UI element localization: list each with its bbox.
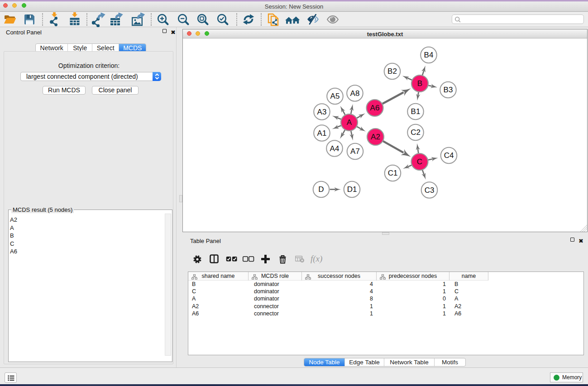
svg-text:C3: C3 [425, 186, 435, 195]
svg-text:A6: A6 [370, 104, 380, 112]
svg-text:A2: A2 [371, 133, 380, 141]
svg-text:C4: C4 [444, 151, 454, 160]
svg-text:C2: C2 [411, 128, 421, 137]
svg-text:A5: A5 [330, 92, 340, 100]
svg-text:A: A [347, 118, 352, 127]
svg-text:B: B [417, 79, 422, 88]
svg-text:A7: A7 [350, 147, 360, 156]
svg-text:A8: A8 [350, 89, 360, 98]
svg-text:C: C [417, 157, 422, 166]
svg-text:B3: B3 [444, 86, 453, 94]
svg-text:B4: B4 [424, 51, 434, 59]
svg-text:C1: C1 [388, 169, 398, 177]
svg-text:D: D [318, 185, 324, 194]
svg-text:A4: A4 [330, 144, 339, 153]
svg-text:B1: B1 [411, 107, 421, 116]
svg-text:B2: B2 [387, 67, 397, 76]
svg-text:A1: A1 [317, 129, 327, 138]
svg-text:A3: A3 [317, 108, 327, 116]
svg-text:D1: D1 [347, 185, 357, 194]
